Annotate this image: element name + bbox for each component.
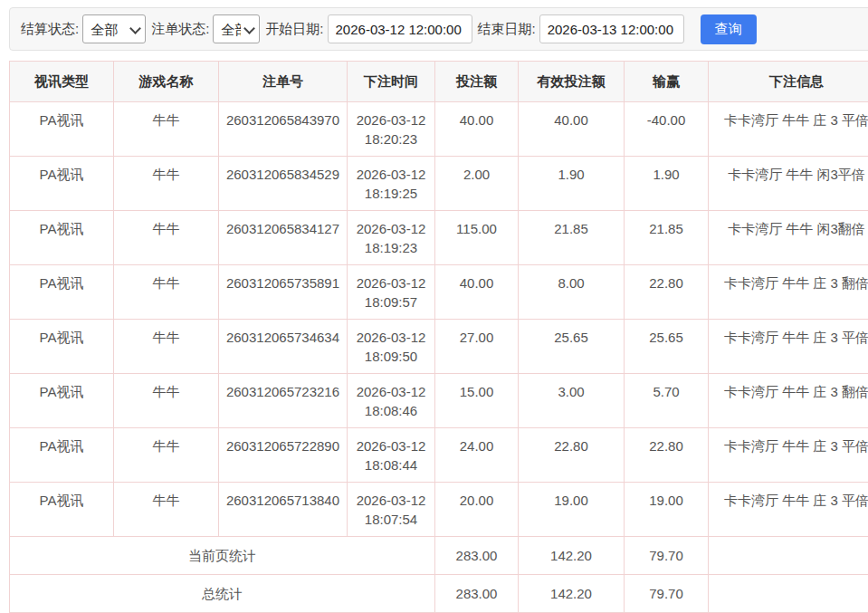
cell-bet-time: 2026-03-12 18:07:54 xyxy=(348,483,435,537)
cell-bet-info: 卡卡湾厅 牛牛 庄 3 平倍 xyxy=(709,320,868,374)
header-bet-amount: 投注额 xyxy=(435,62,519,102)
cell-valid-amount: 8.00 xyxy=(519,265,625,320)
table-row: PA视讯 牛牛 260312065734634 2026-03-12 18:09… xyxy=(10,320,868,374)
summary-win-loss-total: 79.70 xyxy=(625,537,709,575)
summary-row-current-page: 当前页统计 283.00 142.20 79.70 xyxy=(10,537,868,575)
cell-bet-time: 2026-03-12 18:20:23 xyxy=(348,102,435,157)
start-date-input[interactable] xyxy=(328,14,472,43)
table-row: PA视讯 牛牛 260312065735891 2026-03-12 18:09… xyxy=(10,265,868,320)
cell-game-name: 牛牛 xyxy=(114,374,219,428)
cell-bet-time: 2026-03-12 18:08:46 xyxy=(348,374,435,428)
cell-bet-time: 2026-03-12 18:19:23 xyxy=(348,211,435,265)
table-row: PA视讯 牛牛 260312065834529 2026-03-12 18:19… xyxy=(10,157,868,211)
cell-win-loss: -40.00 xyxy=(625,102,709,157)
summary-win-loss-total: 79.70 xyxy=(625,575,709,613)
settle-status-select-wrap[interactable]: 全部 xyxy=(82,14,146,43)
summary-info-empty xyxy=(709,575,868,613)
cell-bet-amount: 27.00 xyxy=(435,320,519,374)
cell-valid-amount: 25.65 xyxy=(519,320,625,374)
cell-valid-amount: 40.00 xyxy=(519,102,625,157)
summary-label: 当前页统计 xyxy=(10,537,435,575)
cell-bet-amount: 24.00 xyxy=(435,428,519,483)
table-row: PA视讯 牛牛 260312065723216 2026-03-12 18:08… xyxy=(10,374,868,428)
table-row: PA视讯 牛牛 260312065834127 2026-03-12 18:19… xyxy=(10,211,868,265)
cell-video-type: PA视讯 xyxy=(10,211,114,265)
summary-valid-total: 142.20 xyxy=(519,537,625,575)
cell-video-type: PA视讯 xyxy=(10,428,114,483)
cell-win-loss: 1.90 xyxy=(625,157,709,211)
bet-status-select-wrap[interactable]: 全部 xyxy=(213,14,260,43)
table-row: PA视讯 牛牛 260312065722890 2026-03-12 18:08… xyxy=(10,428,868,483)
cell-bet-amount: 40.00 xyxy=(435,265,519,320)
header-bet-id: 注单号 xyxy=(219,62,348,102)
cell-bet-id: 260312065713840 xyxy=(219,483,348,537)
cell-win-loss: 22.80 xyxy=(625,265,709,320)
summary-label: 总统计 xyxy=(10,575,435,613)
summary-info-empty xyxy=(709,537,868,575)
cell-win-loss: 19.00 xyxy=(625,483,709,537)
end-date-label: 结束日期: xyxy=(478,21,536,38)
header-bet-time: 下注时间 xyxy=(348,62,435,102)
cell-bet-id: 260312065735891 xyxy=(219,265,348,320)
cell-game-name: 牛牛 xyxy=(114,102,219,157)
cell-valid-amount: 1.90 xyxy=(519,157,625,211)
cell-bet-info: 卡卡湾厅 牛牛 庄 3 翻倍 xyxy=(709,265,868,320)
settle-status-select[interactable]: 全部 xyxy=(82,14,146,43)
filter-bar: 结算状态: 全部 注单状态: 全部 开始日期: 结束日期: 查询 xyxy=(9,7,868,51)
end-date-input[interactable] xyxy=(539,14,684,43)
cell-win-loss: 25.65 xyxy=(625,320,709,374)
cell-win-loss: 5.70 xyxy=(625,374,709,428)
cell-bet-amount: 115.00 xyxy=(435,211,519,265)
cell-game-name: 牛牛 xyxy=(114,428,219,483)
cell-bet-amount: 20.00 xyxy=(435,483,519,537)
cell-bet-info: 卡卡湾厅 牛牛 庄 3 平倍 xyxy=(709,428,868,483)
cell-bet-id: 260312065843970 xyxy=(219,102,348,157)
table-header-row: 视讯类型 游戏名称 注单号 下注时间 投注额 有效投注额 输赢 下注信息 xyxy=(10,62,868,102)
summary-bet-total: 283.00 xyxy=(435,537,519,575)
header-game-name: 游戏名称 xyxy=(114,62,219,102)
cell-bet-id: 260312065734634 xyxy=(219,320,348,374)
cell-game-name: 牛牛 xyxy=(114,157,219,211)
cell-game-name: 牛牛 xyxy=(114,211,219,265)
cell-bet-time: 2026-03-12 18:09:57 xyxy=(348,265,435,320)
cell-bet-info: 卡卡湾厅 牛牛 闲3平倍 xyxy=(709,157,868,211)
cell-bet-id: 260312065722890 xyxy=(219,428,348,483)
cell-game-name: 牛牛 xyxy=(114,320,219,374)
bet-status-label: 注单状态: xyxy=(151,21,209,38)
cell-bet-info: 卡卡湾厅 牛牛 庄 3 翻倍 xyxy=(709,374,868,428)
cell-video-type: PA视讯 xyxy=(10,483,114,537)
cell-valid-amount: 21.85 xyxy=(519,211,625,265)
header-win-loss: 输赢 xyxy=(625,62,709,102)
header-valid-amount: 有效投注额 xyxy=(519,62,625,102)
cell-bet-amount: 40.00 xyxy=(435,102,519,157)
cell-win-loss: 21.85 xyxy=(625,211,709,265)
cell-bet-time: 2026-03-12 18:08:44 xyxy=(348,428,435,483)
header-video-type: 视讯类型 xyxy=(10,62,114,102)
cell-bet-amount: 2.00 xyxy=(435,157,519,211)
cell-game-name: 牛牛 xyxy=(114,483,219,537)
cell-valid-amount: 3.00 xyxy=(519,374,625,428)
summary-row-grand-total: 总统计 283.00 142.20 79.70 xyxy=(10,575,868,613)
header-bet-info: 下注信息 xyxy=(709,62,868,102)
bet-records-table: 视讯类型 游戏名称 注单号 下注时间 投注额 有效投注额 输赢 下注信息 PA视… xyxy=(9,61,868,613)
cell-bet-info: 卡卡湾厅 牛牛 闲3翻倍 xyxy=(709,211,868,265)
table-row: PA视讯 牛牛 260312065713840 2026-03-12 18:07… xyxy=(10,483,868,537)
cell-bet-id: 260312065723216 xyxy=(219,374,348,428)
cell-video-type: PA视讯 xyxy=(10,157,114,211)
bet-status-select[interactable]: 全部 xyxy=(213,14,260,43)
cell-video-type: PA视讯 xyxy=(10,320,114,374)
cell-video-type: PA视讯 xyxy=(10,374,114,428)
start-date-label: 开始日期: xyxy=(265,21,323,38)
cell-bet-time: 2026-03-12 18:09:50 xyxy=(348,320,435,374)
cell-valid-amount: 19.00 xyxy=(519,483,625,537)
cell-valid-amount: 22.80 xyxy=(519,428,625,483)
betting-records-page: 结算状态: 全部 注单状态: 全部 开始日期: 结束日期: 查询 视讯类型 xyxy=(0,0,868,613)
cell-video-type: PA视讯 xyxy=(10,265,114,320)
cell-bet-amount: 15.00 xyxy=(435,374,519,428)
cell-video-type: PA视讯 xyxy=(10,102,114,157)
settle-status-label: 结算状态: xyxy=(21,21,79,38)
query-button[interactable]: 查询 xyxy=(701,14,757,44)
summary-bet-total: 283.00 xyxy=(435,575,519,613)
cell-bet-info: 卡卡湾厅 牛牛 庄 3 平倍 xyxy=(709,102,868,157)
cell-win-loss: 22.80 xyxy=(625,428,709,483)
